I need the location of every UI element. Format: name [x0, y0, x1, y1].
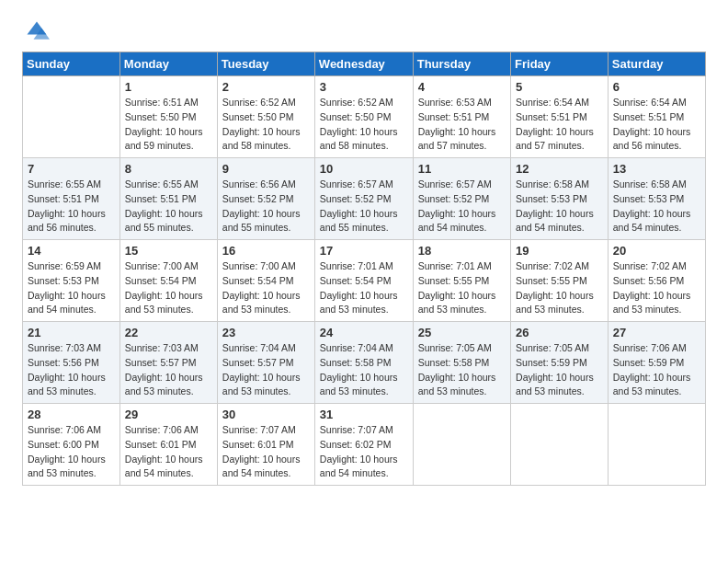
cell-date-number: 13 [613, 162, 700, 176]
calendar-week-3: 14Sunrise: 6:59 AM Sunset: 5:53 PM Dayli… [23, 240, 706, 322]
calendar-week-2: 7Sunrise: 6:55 AM Sunset: 5:51 PM Daylig… [23, 158, 706, 240]
calendar-cell [608, 404, 705, 486]
cell-date-number: 14 [28, 244, 115, 258]
calendar-cell: 4Sunrise: 6:53 AM Sunset: 5:51 PM Daylig… [413, 76, 510, 158]
cell-date-number: 31 [320, 408, 408, 421]
day-header-sunday: Sunday [23, 52, 120, 76]
calendar-body: 1Sunrise: 6:51 AM Sunset: 5:50 PM Daylig… [23, 76, 706, 486]
cell-info-text: Sunrise: 7:00 AM Sunset: 5:54 PM Dayligh… [222, 259, 310, 317]
calendar-cell [511, 404, 609, 486]
calendar-page: SundayMondayTuesdayWednesdayThursdayFrid… [0, 0, 728, 504]
cell-date-number: 7 [28, 162, 115, 176]
cell-date-number: 20 [613, 244, 700, 258]
cell-info-text: Sunrise: 7:03 AM Sunset: 5:56 PM Dayligh… [28, 341, 115, 399]
cell-info-text: Sunrise: 6:58 AM Sunset: 5:53 PM Dayligh… [613, 178, 700, 236]
day-header-friday: Friday [511, 52, 609, 76]
logo [22, 18, 50, 44]
calendar-week-5: 28Sunrise: 7:06 AM Sunset: 6:00 PM Dayli… [23, 404, 706, 486]
calendar-cell: 14Sunrise: 6:59 AM Sunset: 5:53 PM Dayli… [23, 240, 120, 322]
cell-info-text: Sunrise: 7:06 AM Sunset: 5:59 PM Dayligh… [613, 341, 700, 399]
cell-date-number: 29 [125, 408, 212, 421]
calendar-week-4: 21Sunrise: 7:03 AM Sunset: 5:56 PM Dayli… [23, 322, 706, 404]
cell-info-text: Sunrise: 7:04 AM Sunset: 5:57 PM Dayligh… [222, 341, 310, 399]
calendar-cell: 21Sunrise: 7:03 AM Sunset: 5:56 PM Dayli… [23, 322, 120, 404]
day-header-wednesday: Wednesday [314, 52, 413, 76]
cell-info-text: Sunrise: 7:01 AM Sunset: 5:55 PM Dayligh… [418, 259, 506, 317]
calendar-cell: 20Sunrise: 7:02 AM Sunset: 5:56 PM Dayli… [608, 240, 705, 322]
cell-date-number: 30 [222, 408, 310, 421]
cell-date-number: 2 [222, 80, 310, 94]
cell-date-number: 16 [222, 244, 310, 258]
cell-date-number: 8 [125, 162, 212, 176]
cell-info-text: Sunrise: 7:02 AM Sunset: 5:56 PM Dayligh… [613, 259, 700, 317]
calendar-cell: 29Sunrise: 7:06 AM Sunset: 6:01 PM Dayli… [119, 404, 217, 486]
calendar-cell [413, 404, 510, 486]
calendar-table: SundayMondayTuesdayWednesdayThursdayFrid… [22, 52, 706, 486]
cell-date-number: 9 [222, 162, 310, 176]
calendar-cell: 28Sunrise: 7:06 AM Sunset: 6:00 PM Dayli… [23, 404, 120, 486]
day-header-monday: Monday [119, 52, 217, 76]
calendar-cell: 2Sunrise: 6:52 AM Sunset: 5:50 PM Daylig… [217, 76, 314, 158]
cell-info-text: Sunrise: 7:05 AM Sunset: 5:58 PM Dayligh… [418, 341, 506, 399]
cell-info-text: Sunrise: 6:58 AM Sunset: 5:53 PM Dayligh… [516, 178, 603, 236]
cell-info-text: Sunrise: 7:01 AM Sunset: 5:54 PM Dayligh… [320, 259, 408, 317]
cell-date-number: 23 [222, 326, 310, 339]
cell-info-text: Sunrise: 7:00 AM Sunset: 5:54 PM Dayligh… [125, 259, 212, 317]
cell-info-text: Sunrise: 7:04 AM Sunset: 5:58 PM Dayligh… [320, 341, 408, 399]
cell-info-text: Sunrise: 6:51 AM Sunset: 5:50 PM Dayligh… [125, 96, 212, 154]
cell-info-text: Sunrise: 7:07 AM Sunset: 6:01 PM Dayligh… [222, 423, 310, 481]
cell-date-number: 17 [320, 244, 408, 258]
cell-date-number: 6 [613, 80, 700, 94]
calendar-cell: 3Sunrise: 6:52 AM Sunset: 5:50 PM Daylig… [314, 76, 413, 158]
cell-date-number: 12 [516, 162, 603, 176]
cell-date-number: 19 [516, 244, 603, 258]
cell-info-text: Sunrise: 6:53 AM Sunset: 5:51 PM Dayligh… [418, 96, 506, 154]
cell-info-text: Sunrise: 6:54 AM Sunset: 5:51 PM Dayligh… [613, 96, 700, 154]
calendar-cell: 7Sunrise: 6:55 AM Sunset: 5:51 PM Daylig… [23, 158, 120, 240]
cell-info-text: Sunrise: 7:03 AM Sunset: 5:57 PM Dayligh… [125, 341, 212, 399]
calendar-cell: 22Sunrise: 7:03 AM Sunset: 5:57 PM Dayli… [119, 322, 217, 404]
calendar-cell: 25Sunrise: 7:05 AM Sunset: 5:58 PM Dayli… [413, 322, 510, 404]
cell-date-number: 28 [28, 408, 115, 421]
day-header-saturday: Saturday [608, 52, 705, 76]
cell-info-text: Sunrise: 7:06 AM Sunset: 6:00 PM Dayligh… [28, 423, 115, 481]
cell-info-text: Sunrise: 6:54 AM Sunset: 5:51 PM Dayligh… [516, 96, 603, 154]
calendar-cell: 17Sunrise: 7:01 AM Sunset: 5:54 PM Dayli… [314, 240, 413, 322]
cell-date-number: 22 [125, 326, 212, 339]
cell-date-number: 24 [320, 326, 408, 339]
calendar-cell: 15Sunrise: 7:00 AM Sunset: 5:54 PM Dayli… [119, 240, 217, 322]
cell-info-text: Sunrise: 6:52 AM Sunset: 5:50 PM Dayligh… [222, 96, 310, 154]
cell-date-number: 11 [418, 162, 506, 176]
calendar-cell [23, 76, 120, 158]
calendar-cell: 1Sunrise: 6:51 AM Sunset: 5:50 PM Daylig… [119, 76, 217, 158]
calendar-cell: 27Sunrise: 7:06 AM Sunset: 5:59 PM Dayli… [608, 322, 705, 404]
cell-info-text: Sunrise: 6:57 AM Sunset: 5:52 PM Dayligh… [418, 178, 506, 236]
cell-info-text: Sunrise: 6:52 AM Sunset: 5:50 PM Dayligh… [320, 96, 408, 154]
calendar-cell: 12Sunrise: 6:58 AM Sunset: 5:53 PM Dayli… [511, 158, 609, 240]
calendar-cell: 30Sunrise: 7:07 AM Sunset: 6:01 PM Dayli… [217, 404, 314, 486]
logo-icon [24, 18, 50, 44]
cell-date-number: 27 [613, 326, 700, 339]
cell-date-number: 5 [516, 80, 603, 94]
cell-info-text: Sunrise: 6:56 AM Sunset: 5:52 PM Dayligh… [222, 178, 310, 236]
calendar-cell: 31Sunrise: 7:07 AM Sunset: 6:02 PM Dayli… [314, 404, 413, 486]
calendar-cell: 6Sunrise: 6:54 AM Sunset: 5:51 PM Daylig… [608, 76, 705, 158]
cell-info-text: Sunrise: 7:06 AM Sunset: 6:01 PM Dayligh… [125, 423, 212, 481]
cell-date-number: 21 [28, 326, 115, 339]
cell-info-text: Sunrise: 6:59 AM Sunset: 5:53 PM Dayligh… [28, 259, 115, 317]
cell-date-number: 26 [516, 326, 603, 339]
day-header-row: SundayMondayTuesdayWednesdayThursdayFrid… [23, 52, 706, 76]
calendar-week-1: 1Sunrise: 6:51 AM Sunset: 5:50 PM Daylig… [23, 76, 706, 158]
calendar-cell: 5Sunrise: 6:54 AM Sunset: 5:51 PM Daylig… [511, 76, 609, 158]
cell-info-text: Sunrise: 6:57 AM Sunset: 5:52 PM Dayligh… [320, 178, 408, 236]
calendar-cell: 16Sunrise: 7:00 AM Sunset: 5:54 PM Dayli… [217, 240, 314, 322]
cell-date-number: 1 [125, 80, 212, 94]
calendar-cell: 9Sunrise: 6:56 AM Sunset: 5:52 PM Daylig… [217, 158, 314, 240]
day-header-thursday: Thursday [413, 52, 510, 76]
cell-info-text: Sunrise: 7:05 AM Sunset: 5:59 PM Dayligh… [516, 341, 603, 399]
cell-date-number: 25 [418, 326, 506, 339]
cell-info-text: Sunrise: 7:07 AM Sunset: 6:02 PM Dayligh… [320, 423, 408, 481]
cell-date-number: 18 [418, 244, 506, 258]
cell-info-text: Sunrise: 6:55 AM Sunset: 5:51 PM Dayligh… [28, 178, 115, 236]
calendar-cell: 24Sunrise: 7:04 AM Sunset: 5:58 PM Dayli… [314, 322, 413, 404]
